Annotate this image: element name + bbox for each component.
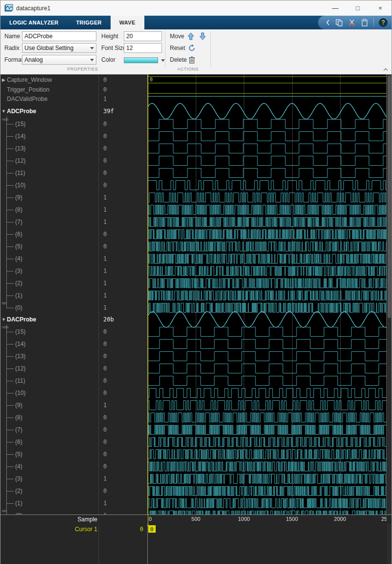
bit-label: (12) xyxy=(15,156,25,165)
axis-label: Sample xyxy=(0,516,97,523)
section-divider xyxy=(210,31,211,67)
format-dropdown[interactable]: Analog xyxy=(22,55,96,65)
radix-dropdown[interactable]: Use Global Setting xyxy=(22,43,96,53)
bit-row-DACProbe-7[interactable]: (7) xyxy=(0,425,98,434)
collapse-toolstrip-icon[interactable] xyxy=(383,66,389,73)
help-icon[interactable]: ? xyxy=(379,18,388,27)
chevron-left-icon[interactable] xyxy=(325,19,330,26)
value-readout: 0 xyxy=(103,230,107,239)
tree-stub xyxy=(6,259,14,259)
value-readout: 0 xyxy=(103,462,107,471)
bit-row-ADCProbe-9[interactable]: (9) xyxy=(0,193,98,202)
expand-arrow-icon[interactable]: ▼ xyxy=(0,315,7,324)
tree-stub xyxy=(6,454,14,455)
bit-row-ADCProbe-15[interactable]: (15) xyxy=(0,120,98,128)
tab-trigger[interactable]: TRIGGER xyxy=(68,16,111,29)
paste-icon[interactable] xyxy=(361,19,369,26)
bit-row-ADCProbe-5[interactable]: (5) xyxy=(0,242,98,251)
bit-row-ADCProbe-4[interactable]: (4) xyxy=(0,254,98,263)
bit-row-ADCProbe-1[interactable]: (1) xyxy=(0,291,98,300)
bit-row-ADCProbe-14[interactable]: (14) xyxy=(0,132,98,141)
tree-stub xyxy=(6,173,14,173)
bit-row-ADCProbe-12[interactable]: (12) xyxy=(0,156,98,165)
tree-stub xyxy=(6,393,14,393)
bit-row-DACProbe-1[interactable]: (1) xyxy=(0,499,98,508)
reset-icon[interactable] xyxy=(187,43,196,53)
scrollbar-thumb[interactable] xyxy=(388,75,391,318)
color-swatch[interactable] xyxy=(124,57,158,63)
waveform-canvas[interactable] xyxy=(147,74,387,515)
tab-logic-analyzer[interactable]: LOGIC ANALYZER xyxy=(0,16,68,29)
height-input[interactable] xyxy=(124,31,162,41)
bit-row-DACProbe-6[interactable]: (6) xyxy=(0,438,98,446)
bit-row-ADCProbe-0[interactable]: (0) xyxy=(0,303,98,312)
bit-row-DACProbe-2[interactable]: (2) xyxy=(0,487,98,495)
bit-row-DACProbe-5[interactable]: (5) xyxy=(0,450,98,459)
bit-row-DACProbe-8[interactable]: (8) xyxy=(0,413,98,422)
signal-row-ADCProbe[interactable]: ▼ADCProbe xyxy=(0,107,98,116)
tree-stub xyxy=(6,344,14,344)
bit-row-DACProbe-3[interactable]: (3) xyxy=(0,474,98,483)
bit-row-ADCProbe-2[interactable]: (2) xyxy=(0,279,98,288)
lsb-label: lsb xyxy=(2,509,6,513)
bit-label: (14) xyxy=(15,340,25,348)
bit-label: (11) xyxy=(15,376,25,385)
tree-line xyxy=(6,116,7,308)
tree-stub xyxy=(6,368,14,369)
close-button[interactable]: × xyxy=(369,0,392,16)
chevron-down-icon[interactable] xyxy=(161,59,165,62)
bit-row-ADCProbe-3[interactable]: (3) xyxy=(0,267,98,275)
bit-row-DACProbe-9[interactable]: (9) xyxy=(0,401,98,410)
signal-row-Trigger_Position[interactable]: Trigger_Position xyxy=(0,85,98,94)
minimize-button[interactable]: — xyxy=(324,0,346,16)
bit-row-DACProbe-4[interactable]: (4) xyxy=(0,462,98,471)
bit-label: (11) xyxy=(15,169,25,177)
bit-row-DACProbe-14[interactable]: (14) xyxy=(0,340,98,348)
bit-label: (10) xyxy=(15,181,25,190)
cursor-label[interactable]: Cursor 1 xyxy=(0,526,97,533)
signal-name: DACProbe xyxy=(7,315,36,324)
signal-row-Capture_Window[interactable]: ▶Capture_Window xyxy=(0,75,98,84)
fontsize-input[interactable] xyxy=(124,43,162,53)
bit-row-ADCProbe-10[interactable]: (10) xyxy=(0,181,98,190)
move-down-icon[interactable] xyxy=(198,31,207,41)
bit-row-DACProbe-10[interactable]: (10) xyxy=(0,389,98,397)
fontsize-label: Font Size xyxy=(101,43,126,53)
value-readout: 0 xyxy=(103,85,107,94)
tab-wave[interactable]: WAVE xyxy=(111,16,144,29)
cut-icon[interactable] xyxy=(348,19,356,26)
bit-row-ADCProbe-7[interactable]: (7) xyxy=(0,218,98,226)
cursor-position-box[interactable]: 0 xyxy=(148,525,156,533)
tree-stub xyxy=(6,161,14,161)
tree-stub xyxy=(6,479,14,479)
name-input[interactable] xyxy=(22,31,96,41)
bit-row-DACProbe-13[interactable]: (13) xyxy=(0,352,98,361)
bit-row-DACProbe-11[interactable]: (11) xyxy=(0,376,98,385)
bit-row-ADCProbe-11[interactable]: (11) xyxy=(0,169,98,177)
value-readout: 1 xyxy=(103,205,107,214)
bit-row-ADCProbe-13[interactable]: (13) xyxy=(0,144,98,153)
signal-row-DACProbe[interactable]: ▼DACProbe xyxy=(0,315,98,324)
signal-row-DACValidProbe[interactable]: DACValidProbe xyxy=(0,95,98,103)
value-readout: 0 xyxy=(103,352,107,361)
value-readout: 1 xyxy=(103,279,107,288)
format-value: Analog xyxy=(24,56,43,63)
vertical-scrollbar[interactable] xyxy=(387,74,392,564)
copy-icon[interactable] xyxy=(335,19,343,26)
bit-row-ADCProbe-8[interactable]: (8) xyxy=(0,205,98,214)
expand-arrow-icon[interactable]: ▶ xyxy=(0,75,7,84)
value-readout: 39f xyxy=(103,107,114,116)
bit-row-ADCProbe-6[interactable]: (6) xyxy=(0,230,98,239)
wave-toolstrip: Name Height Move Radix Use Global Settin… xyxy=(0,29,392,74)
expand-arrow-icon[interactable]: ▼ xyxy=(0,107,7,116)
value-readout: 1 xyxy=(103,193,107,202)
bit-row-DACProbe-12[interactable]: (12) xyxy=(0,364,98,373)
toolstrip-tab-bar: LOGIC ANALYZER TRIGGER WAVE ? xyxy=(0,16,392,29)
move-up-icon[interactable] xyxy=(186,31,195,41)
bit-label: (2) xyxy=(15,279,23,288)
bit-row-DACProbe-15[interactable]: (15) xyxy=(0,327,98,336)
delete-trash-icon[interactable] xyxy=(187,55,196,65)
bit-label: (12) xyxy=(15,364,25,373)
cursor-line[interactable] xyxy=(148,515,148,526)
maximize-button[interactable]: □ xyxy=(346,0,369,16)
